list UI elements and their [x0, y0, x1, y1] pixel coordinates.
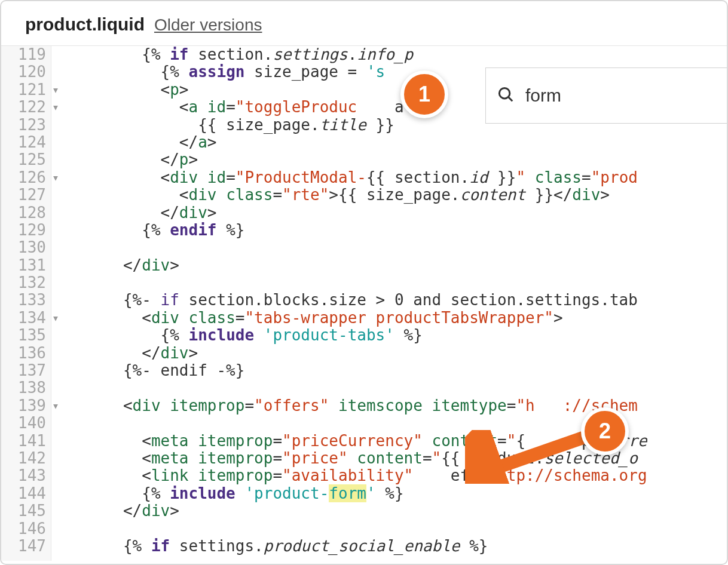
code-line[interactable]: </div>: [67, 204, 647, 222]
code-line[interactable]: <meta itemprop="priceCurrency" content="…: [67, 432, 647, 450]
code-line[interactable]: <div class="rte">{{ size_page.content }}…: [67, 186, 647, 204]
search-icon: [497, 85, 515, 106]
search-box[interactable]: [485, 67, 727, 124]
line-number: 128: [1, 204, 51, 222]
line-number: 137: [1, 362, 51, 379]
line-number: 123: [1, 116, 51, 134]
code-line[interactable]: <link itemprop="availability" ef="http:/…: [67, 467, 647, 484]
line-number: 145: [1, 502, 51, 520]
svg-point-0: [499, 88, 510, 99]
code-line[interactable]: </div>: [67, 502, 647, 520]
code-line[interactable]: [67, 414, 647, 432]
code-line[interactable]: [67, 379, 647, 397]
code-line[interactable]: <div class="tabs-wrapper productTabsWrap…: [67, 309, 647, 327]
line-number: 122: [1, 99, 51, 116]
line-number: 125: [1, 151, 51, 168]
line-number: 147: [1, 538, 51, 555]
line-number: 119: [1, 46, 51, 63]
code-line[interactable]: {% if settings.product_social_enable %}: [67, 538, 647, 555]
line-number: 126: [1, 169, 51, 186]
code-line[interactable]: [67, 520, 647, 538]
search-input[interactable]: [524, 85, 728, 106]
line-number: 136: [1, 345, 51, 362]
line-number: 142: [1, 450, 51, 467]
line-number: 130: [1, 239, 51, 256]
line-number: 143: [1, 467, 51, 484]
code-line[interactable]: [67, 239, 647, 256]
code-line[interactable]: {% endif %}: [67, 222, 647, 239]
code-line[interactable]: </div>: [67, 257, 647, 274]
code-line[interactable]: <div itemprop="offers" itemscope itemtyp…: [67, 397, 647, 414]
annotation-badge-2: 2: [581, 407, 629, 455]
code-line[interactable]: [67, 274, 647, 291]
line-number: 134: [1, 309, 51, 327]
file-name: product.liquid: [25, 14, 145, 35]
line-number-gutter: 1191201211221231241251261271281291301311…: [1, 46, 51, 561]
code-line[interactable]: {% include 'product-tabs' %}: [67, 327, 647, 344]
code-line[interactable]: {% if section.settings.info_p: [67, 46, 647, 63]
line-number: 124: [1, 134, 51, 151]
code-line[interactable]: </a>: [67, 134, 647, 151]
code-line[interactable]: {%- if section.blocks.size > 0 and secti…: [67, 291, 647, 309]
code-line[interactable]: {% include 'product-form' %}: [67, 485, 647, 502]
line-number: 132: [1, 274, 51, 291]
line-number: 140: [1, 414, 51, 432]
code-line[interactable]: <meta itemprop="price" content="{{ roduc…: [67, 450, 647, 467]
line-number: 131: [1, 257, 51, 274]
code-line[interactable]: </p>: [67, 151, 647, 168]
code-line[interactable]: <div id="ProductModal-{{ section.id }}" …: [67, 169, 647, 186]
annotation-badge-1: 1: [400, 70, 448, 118]
line-number: 129: [1, 222, 51, 239]
line-number: 139: [1, 397, 51, 414]
line-number: 127: [1, 186, 51, 204]
code-line[interactable]: </div>: [67, 345, 647, 362]
line-number: 121: [1, 81, 51, 99]
line-number: 135: [1, 327, 51, 344]
line-number: 141: [1, 432, 51, 450]
line-number: 120: [1, 63, 51, 81]
editor-header: product.liquid Older versions: [1, 1, 727, 46]
line-number: 133: [1, 291, 51, 309]
line-number: 144: [1, 485, 51, 502]
editor-window: product.liquid Older versions 1191201211…: [0, 0, 728, 565]
older-versions-link[interactable]: Older versions: [154, 16, 262, 35]
code-line[interactable]: {%- endif -%}: [67, 362, 647, 379]
line-number: 138: [1, 379, 51, 397]
line-number: 146: [1, 520, 51, 538]
svg-line-1: [509, 97, 513, 102]
